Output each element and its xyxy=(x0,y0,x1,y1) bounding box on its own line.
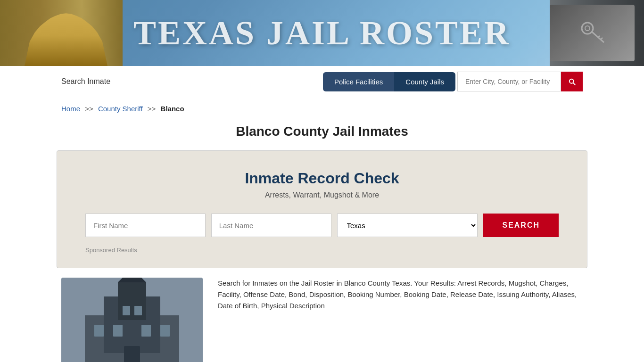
sponsored-results-label: Sponsored Results xyxy=(85,247,559,254)
facility-search-button[interactable] xyxy=(561,72,583,91)
svg-rect-12 xyxy=(141,325,151,337)
state-select[interactable]: AlabamaAlaskaArizonaArkansasCaliforniaCo… xyxy=(337,214,478,237)
svg-line-3 xyxy=(598,36,600,38)
svg-line-4 xyxy=(601,38,603,40)
breadcrumb-county-sheriff[interactable]: County Sheriff xyxy=(98,105,143,113)
record-check-box: Inmate Record Check Arrests, Warrant, Mu… xyxy=(57,150,587,268)
search-inmate-label: Search Inmate xyxy=(61,77,323,86)
keys-icon xyxy=(550,5,635,61)
record-search-button[interactable]: SEARCH xyxy=(483,214,559,237)
breadcrumb-sep2: >> xyxy=(148,105,156,113)
page-title: Blanco County Jail Inmates xyxy=(0,116,644,150)
record-check-subtitle: Arrests, Warrant, Mugshot & More xyxy=(85,191,559,199)
svg-rect-10 xyxy=(94,325,104,337)
header-banner: Texas Jail Roster xyxy=(0,0,644,66)
bottom-description: Search for Inmates on the Jail Roster in… xyxy=(218,278,583,312)
svg-rect-16 xyxy=(124,346,140,362)
site-title: Texas Jail Roster xyxy=(133,14,511,53)
breadcrumb-current: Blanco xyxy=(161,105,184,113)
bottom-section: Search for Inmates on the Jail Roster in… xyxy=(0,268,644,362)
breadcrumb: Home >> County Sheriff >> Blanco xyxy=(0,97,644,116)
breadcrumb-sep1: >> xyxy=(85,105,93,113)
county-jails-button[interactable]: County Jails xyxy=(394,72,455,91)
last-name-input[interactable] xyxy=(211,214,331,237)
record-check-title: Inmate Record Check xyxy=(85,170,559,187)
svg-rect-13 xyxy=(160,325,170,337)
facility-search-input[interactable] xyxy=(457,72,561,91)
svg-point-0 xyxy=(582,23,593,34)
svg-rect-15 xyxy=(134,306,142,315)
navbar: Search Inmate Police Facilities County J… xyxy=(0,66,644,97)
building-image xyxy=(61,278,203,362)
search-icon xyxy=(568,77,576,86)
svg-marker-9 xyxy=(118,278,146,282)
nav-buttons: Police Facilities County Jails xyxy=(323,72,455,91)
breadcrumb-home[interactable]: Home xyxy=(61,105,80,113)
facility-search-container xyxy=(457,72,583,91)
police-facilities-button[interactable]: Police Facilities xyxy=(323,72,394,91)
first-name-input[interactable] xyxy=(85,214,206,237)
svg-rect-14 xyxy=(123,306,130,315)
record-check-form: AlabamaAlaskaArizonaArkansasCaliforniaCo… xyxy=(85,214,559,237)
svg-rect-11 xyxy=(113,325,123,337)
svg-point-1 xyxy=(585,26,590,31)
